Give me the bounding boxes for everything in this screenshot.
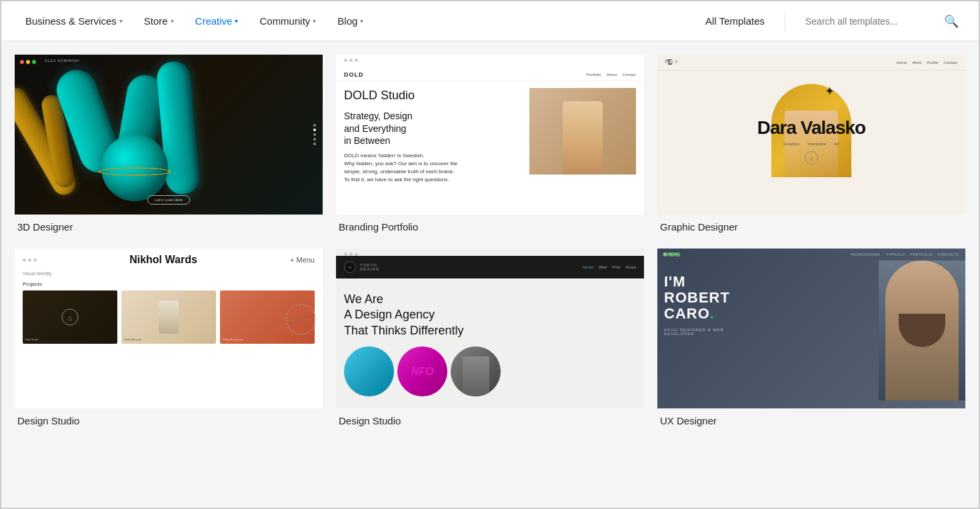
bp-body-text: DOLD means 'hidden' is Swedish.Why hidde… <box>344 152 491 184</box>
template-preview-ux: PROFESSIONAL TYPICALS PORTFOLIO CONTACTS… <box>657 249 965 408</box>
gd-cat-graphics: Graphics <box>783 142 799 146</box>
sphere-ring <box>98 167 171 176</box>
template-label-graphic: Graphic Designer <box>657 215 965 235</box>
ux-nav-professional: PROFESSIONAL <box>851 253 881 256</box>
bp-dot-1 <box>344 59 347 62</box>
template-preview-3d: ALEX KAMINSKI Let's Look Here <box>15 55 323 215</box>
gd-scroll-indicator: ↓ <box>805 151 818 165</box>
ds1-window-dots <box>23 258 37 262</box>
template-preview-graphic: *D Home Work Profile Contact ✦ <box>657 55 965 215</box>
ds2-nav-print: Print <box>612 265 620 269</box>
3d-scene: ALEX KAMINSKI Let's Look Here <box>15 55 323 215</box>
ds2-circle-3 <box>451 346 501 396</box>
gd-nav: Home Work Profile Contact <box>896 61 957 65</box>
template-card-design-studio-2[interactable]: ✦ TOKYODESIGN Home Web Print About We Ar… <box>336 249 644 429</box>
dot-indicator-2 <box>313 129 316 131</box>
ux-photo-inner <box>879 260 965 400</box>
ds2-headline: We AreA Design AgencyThat Thinks Differe… <box>344 292 636 338</box>
all-templates-button[interactable]: All Templates <box>699 15 771 27</box>
3d-username: ALEX KAMINSKI <box>45 59 79 63</box>
template-card-branding-portfolio[interactable]: DOLD Portfolio About Contact DOLD Studio… <box>336 55 644 235</box>
ds2-logo-text: TOKYODESIGN <box>360 263 379 271</box>
tube-container: ALEX KAMINSKI Let's Look Here <box>15 55 323 215</box>
template-card-3d-designer[interactable]: ALEX KAMINSKI Let's Look Here <box>15 55 323 235</box>
gd-header: *D Home Work Profile Contact <box>657 55 965 71</box>
window-dot-red <box>20 60 24 64</box>
ux-dot-3 <box>673 253 677 256</box>
bp-nav-about: About <box>607 73 617 77</box>
ux-greeting: I'MROBERTCARO. <box>664 274 872 322</box>
ds2-nfo-text: NFO <box>411 366 434 378</box>
gd-designer-name: Dara Valasko <box>757 117 865 139</box>
ds1-project-label-3: Pafrio Restaurant <box>223 338 243 341</box>
gd-nav-contact: Contact <box>943 61 957 65</box>
ds1-projects-label: Projects <box>15 281 323 290</box>
dots-indicator <box>313 124 316 145</box>
template-label-branding: Branding Portfolio <box>336 215 644 235</box>
ds1-bottle-shape <box>159 300 179 334</box>
nav-community-label: Community <box>259 15 310 27</box>
ds2-circle-1 <box>344 346 394 396</box>
nav-blog-chevron: ▾ <box>360 17 363 25</box>
nav-blog[interactable]: Blog ▾ <box>327 1 374 41</box>
nav-business-chevron: ▾ <box>119 17 123 25</box>
gd-dot-2 <box>669 60 673 63</box>
ds1-dot-3 <box>33 258 37 262</box>
ux-nav-portfolio: PORTFOLIO <box>911 253 933 256</box>
ds1-template: Nikhol Wards + Menu Visual Identity Proj… <box>15 249 323 408</box>
nav-business[interactable]: Business & Services ▾ <box>15 1 133 41</box>
ux-header: PROFESSIONAL TYPICALS PORTFOLIO CONTACTS <box>657 249 965 260</box>
ds2-nav: Home Web Print About <box>583 265 636 269</box>
nav-left: Business & Services ▾ Store ▾ Creative ▾… <box>15 1 699 41</box>
bp-hero-image <box>529 88 636 175</box>
template-preview-ds1: Nikhol Wards + Menu Visual Identity Proj… <box>15 249 323 408</box>
dot-indicator-3 <box>313 133 316 136</box>
template-label-ds1: Design Studio <box>15 408 323 429</box>
gd-cat-art: Art <box>834 142 839 146</box>
ds2-logo-circle: ✦ <box>344 261 356 273</box>
dot-indicator-5 <box>313 143 316 145</box>
search-container: 🔍 <box>799 14 965 29</box>
nav-right: All Templates 🔍 <box>699 11 965 31</box>
nav-creative-label: Creative <box>195 15 233 27</box>
ux-nav-contacts: CONTACTS <box>938 253 959 256</box>
template-card-design-studio-1[interactable]: Nikhol Wards + Menu Visual Identity Proj… <box>15 249 323 429</box>
ds2-header: ✦ TOKYODESIGN Home Web Print About <box>336 256 644 278</box>
bp-person-image <box>563 101 603 175</box>
nav-store-chevron: ▾ <box>171 17 174 25</box>
ds2-dot-2 <box>349 253 353 256</box>
bp-content: DOLD Studio Strategy, Designand Everythi… <box>336 81 644 215</box>
ds1-project-2: Earth Skincare <box>121 290 216 344</box>
template-preview-ds2: ✦ TOKYODESIGN Home Web Print About We Ar… <box>336 249 644 408</box>
dot-indicator-4 <box>313 138 316 141</box>
search-icon[interactable]: 🔍 <box>944 14 959 29</box>
template-card-ux-designer[interactable]: PROFESSIONAL TYPICALS PORTFOLIO CONTACTS… <box>657 249 965 429</box>
nav-store[interactable]: Store ▾ <box>133 1 185 41</box>
template-label-3d: 3D Designer <box>15 215 323 235</box>
bp-main-title: DOLD Studio <box>344 88 523 103</box>
ds1-dot-2 <box>28 258 31 262</box>
ds1-projects-grid: ⌂ Roof Hotel Earth Skincare Pafrio Resta… <box>15 290 323 344</box>
nav-community[interactable]: Community ▾ <box>249 1 327 41</box>
ds2-circle-2: NFO <box>397 346 447 396</box>
search-input[interactable] <box>805 16 939 27</box>
ux-subtitle: UX/UI DESIGNER & WEBDEVELOPER <box>664 328 872 336</box>
nav-creative[interactable]: Creative ▾ <box>185 1 249 41</box>
ds1-header: Nikhol Wards + Menu <box>15 249 323 271</box>
ds2-nav-about: About <box>625 265 636 269</box>
ux-beard-shape <box>899 314 945 347</box>
ds2-logo-container: ✦ TOKYODESIGN <box>344 261 379 273</box>
bp-left: DOLD Studio Strategy, Designand Everythi… <box>344 88 523 211</box>
navigation: Business & Services ▾ Store ▾ Creative ▾… <box>1 1 979 41</box>
gd-nav-profile: Profile <box>927 61 938 65</box>
template-card-graphic-designer[interactable]: *D Home Work Profile Contact ✦ <box>657 55 965 235</box>
ds1-project-1: ⌂ Roof Hotel <box>23 290 117 344</box>
template-grid: ALEX KAMINSKI Let's Look Here <box>15 55 965 429</box>
ux-content: I'MROBERTCARO. UX/UI DESIGNER & WEBDEVEL… <box>657 260 965 400</box>
gd-dot-3 <box>675 60 678 63</box>
bp-window-dots <box>336 55 644 66</box>
ux-window-dots <box>663 253 677 256</box>
template-label-ux: UX Designer <box>657 408 965 429</box>
branding-template: DOLD Portfolio About Contact DOLD Studio… <box>336 55 644 215</box>
3d-cta-button: Let's Look Here <box>147 195 190 205</box>
